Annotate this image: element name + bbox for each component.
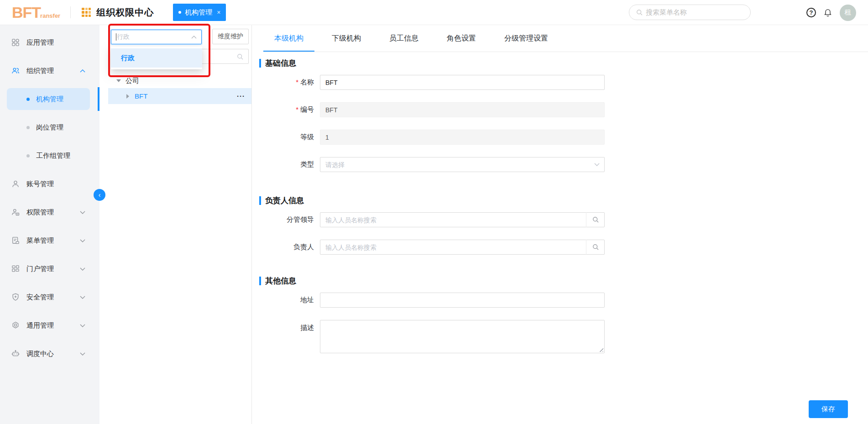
field-label: 地址 <box>259 296 314 304</box>
tab-current-institution[interactable]: 本级机构 <box>263 25 314 52</box>
tab-hierarchy-settings[interactable]: 分级管理设置 <box>493 25 559 52</box>
required-mark: * <box>296 105 298 113</box>
tree-node-label: BFT <box>135 92 147 100</box>
sidebar-item-account-management[interactable]: 账号管理 <box>7 173 90 195</box>
sidebar-item-label: 工作组管理 <box>36 152 70 160</box>
tree-node-bft[interactable]: BFT ··· <box>108 88 251 104</box>
caret-down-icon[interactable] <box>116 79 121 82</box>
shield-plus-icon <box>11 293 20 302</box>
org-tree: 公司 BFT ··· <box>99 73 251 104</box>
code-input <box>320 102 605 117</box>
sidebar-item-label: 账号管理 <box>26 180 54 188</box>
manager-search-input[interactable] <box>320 240 605 255</box>
sidebar-item-permission-management[interactable]: 权限管理 <box>7 201 90 223</box>
caret-right-icon[interactable] <box>126 94 129 99</box>
bullet-dot-icon <box>26 98 30 101</box>
text-cursor <box>116 33 116 41</box>
avatar[interactable]: 租 <box>840 5 856 21</box>
required-mark: * <box>296 78 298 86</box>
sidebar-item-general-management[interactable]: 通用管理 <box>7 314 90 336</box>
tab-sub-institution[interactable]: 下级机构 <box>321 25 372 52</box>
form-row-manager: 负责人 <box>259 240 868 255</box>
dimension-dropdown: 行政 <box>111 47 202 69</box>
help-icon[interactable]: ? <box>806 8 816 17</box>
form-row-type: 类型 <box>259 157 868 172</box>
field-label: 等级 <box>259 133 314 141</box>
input-suffix-divider <box>586 240 586 255</box>
field-label: 类型 <box>259 160 314 169</box>
search-icon <box>236 53 244 60</box>
open-tab-institution-management[interactable]: 机构管理 × <box>173 4 226 21</box>
section-basic-info: 基础信息 <box>259 58 868 68</box>
dimension-select[interactable]: 行政 <box>111 30 202 44</box>
tree-node-company[interactable]: 公司 <box>99 73 251 88</box>
sidebar-item-label: 门户管理 <box>26 265 54 273</box>
header-divider <box>70 6 71 18</box>
description-textarea[interactable] <box>320 320 605 353</box>
type-select[interactable] <box>320 157 605 172</box>
org-tree-panel: 维度维护 行政 行政 公司 BFT ··· <box>99 25 252 424</box>
sidebar-item-label: 应用管理 <box>26 38 54 47</box>
section-marker <box>259 196 261 205</box>
sidebar-item-security-management[interactable]: 安全管理 <box>7 286 90 308</box>
name-input[interactable] <box>320 75 605 90</box>
sidebar-item-app-management[interactable]: 应用管理 <box>7 31 90 53</box>
dimension-maintain-button[interactable]: 维度维护 <box>212 29 249 44</box>
tab-close-icon[interactable]: × <box>217 9 220 16</box>
chevron-down-icon <box>80 239 85 242</box>
field-label: *编号 <box>259 105 314 114</box>
waffle-grid-icon[interactable] <box>82 8 91 17</box>
section-title: 其他信息 <box>265 276 296 286</box>
field-label: 分管领导 <box>259 215 314 224</box>
dropdown-option-xingzheng[interactable]: 行政 <box>111 48 202 68</box>
section-other-info: 其他信息 <box>259 275 868 286</box>
leader-search-input[interactable] <box>320 212 605 227</box>
form-row-leader: 分管领导 <box>259 212 868 227</box>
chevron-up-icon <box>80 69 85 73</box>
header-actions: ? 租 <box>806 0 856 25</box>
bullet-dot-icon <box>26 126 30 129</box>
search-icon[interactable] <box>592 243 599 251</box>
search-icon[interactable] <box>592 216 599 223</box>
chevron-down-icon <box>594 163 600 166</box>
menu-search-input[interactable]: 搜索菜单名称 <box>629 5 751 20</box>
menu-doc-icon <box>11 236 20 245</box>
tab-employee-info[interactable]: 员工信息 <box>378 25 429 52</box>
app-header: BFT ransfer 组织权限中心 机构管理 × 搜索菜单名称 ? 租 <box>0 0 868 25</box>
save-button[interactable]: 保存 <box>809 400 848 418</box>
sidebar-item-org-management[interactable]: 组织管理 <box>7 60 90 82</box>
dimension-select-value: 行政 <box>117 33 130 41</box>
sidebar-item-label: 组织管理 <box>26 67 54 75</box>
tab-role-settings[interactable]: 角色设置 <box>436 25 487 52</box>
sidebar-item-dispatch-center[interactable]: 调度中心 <box>7 343 90 365</box>
main-content: 本级机构 下级机构 员工信息 角色设置 分级管理设置 基础信息 *名称 *编号 <box>252 25 868 424</box>
sidebar-item-label: 菜单管理 <box>26 236 54 245</box>
field-label: 负责人 <box>259 243 314 251</box>
page-title: 组织权限中心 <box>96 6 154 19</box>
tree-node-label: 公司 <box>125 77 139 85</box>
sidebar-item-portal-management[interactable]: 门户管理 <box>7 258 90 280</box>
chevron-down-icon <box>80 267 85 271</box>
section-title: 负责人信息 <box>265 195 304 206</box>
notification-bell-icon[interactable] <box>823 8 832 18</box>
sidebar-item-menu-management[interactable]: 菜单管理 <box>7 230 90 251</box>
form-content: 基础信息 *名称 *编号 等级 类型 <box>252 52 868 355</box>
form-row-name: *名称 <box>259 75 868 90</box>
field-label: *名称 <box>259 78 314 87</box>
sidebar-item-institution-management[interactable]: 机构管理 <box>7 88 90 110</box>
chevron-up-icon <box>191 36 197 39</box>
sidebar-collapse-button[interactable]: ‹ <box>94 189 105 201</box>
level-input <box>320 130 605 145</box>
field-label: 描述 <box>259 320 314 335</box>
address-input[interactable] <box>320 293 605 308</box>
sidebar-item-label: 权限管理 <box>26 208 54 217</box>
detail-tabs: 本级机构 下级机构 员工信息 角色设置 分级管理设置 <box>263 25 868 52</box>
form-row-description: 描述 <box>259 320 868 355</box>
sidebar-item-position-management[interactable]: 岗位管理 <box>7 116 90 138</box>
tab-label: 机构管理 <box>185 8 212 17</box>
more-actions-icon[interactable]: ··· <box>237 92 245 100</box>
chevron-down-icon <box>80 324 85 327</box>
brand-logo-suffix: ransfer <box>40 12 60 20</box>
sidebar-item-label: 通用管理 <box>26 321 54 330</box>
sidebar-item-workgroup-management[interactable]: 工作组管理 <box>7 145 90 167</box>
